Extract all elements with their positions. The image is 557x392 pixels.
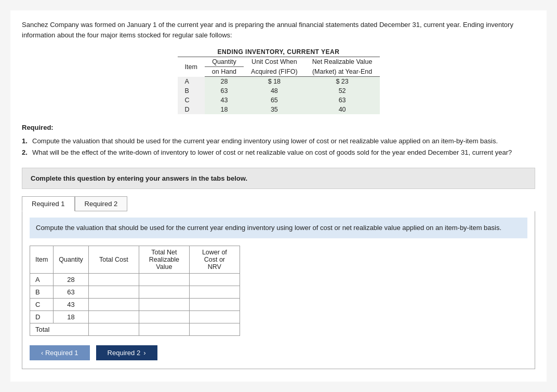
row-qty: 18 xyxy=(54,310,89,323)
qty-col-header: Quantity xyxy=(205,57,244,67)
table-row: D 18 xyxy=(30,310,240,323)
inv-item: A xyxy=(178,77,205,87)
inv-nrv: 52 xyxy=(305,86,380,96)
nrv-input-cell[interactable] xyxy=(139,286,189,298)
prev-button[interactable]: ‹ Required 1 xyxy=(30,345,90,360)
total-label: Total xyxy=(30,323,89,335)
inv-item: B xyxy=(178,86,205,96)
req-num: 2. xyxy=(22,147,30,158)
inv-item: D xyxy=(178,105,205,114)
cost-input-cell[interactable] xyxy=(88,286,139,298)
inv-cost: $ 18 xyxy=(244,77,305,87)
answer-table: Item Quantity Total Cost Total NetRealiz… xyxy=(30,246,240,336)
required-label: Required: xyxy=(22,124,535,131)
inventory-table: Item Quantity Unit Cost When Net Realiza… xyxy=(178,57,380,114)
inv-cost: 65 xyxy=(244,96,305,105)
table-row: B 63 xyxy=(30,286,240,298)
next-button[interactable]: Required 2 › xyxy=(96,345,157,360)
total-row: Total xyxy=(30,323,240,335)
lower-input-cell[interactable] xyxy=(189,310,240,323)
tab-required-1[interactable]: Required 1 xyxy=(22,196,75,211)
answer-table-wrap: Item Quantity Total Cost Total NetRealiz… xyxy=(30,246,527,336)
lower-input[interactable] xyxy=(194,301,235,308)
row-qty: 28 xyxy=(54,273,89,286)
cost-input[interactable] xyxy=(93,276,135,283)
inv-cost: 35 xyxy=(244,105,305,114)
bottom-nav: ‹ Required 1 Required 2 › xyxy=(30,345,527,360)
required-item: 1.Compute the valuation that should be u… xyxy=(22,136,535,147)
inv-nrv: $ 23 xyxy=(305,77,380,87)
inv-qty: 63 xyxy=(205,86,244,96)
th-item: Item xyxy=(30,246,54,273)
cost-input-cell[interactable] xyxy=(88,298,139,310)
cost-col-header: Unit Cost When xyxy=(244,57,305,67)
lower-input[interactable] xyxy=(194,288,235,296)
lower-input-cell[interactable] xyxy=(189,273,240,286)
tab-content: Compute the valuation that should be use… xyxy=(22,211,535,369)
lower-input-cell[interactable] xyxy=(189,286,240,298)
tab-required-2[interactable]: Required 2 xyxy=(75,196,128,211)
th-lower: Lower ofCost orNRV xyxy=(189,246,240,273)
next-label: Required 2 xyxy=(108,349,141,357)
required-item: 2.What will be the effect of the write-d… xyxy=(22,147,535,158)
row-item: B xyxy=(30,286,54,298)
table-row: C 43 xyxy=(30,298,240,310)
required-items: 1.Compute the valuation that should be u… xyxy=(22,136,535,158)
cost-input[interactable] xyxy=(93,301,135,308)
qty-sub-header: on Hand xyxy=(205,67,244,77)
th-total-nrv: Total NetRealizableValue xyxy=(139,246,189,273)
prev-label: Required 1 xyxy=(45,349,78,357)
th-qty: Quantity xyxy=(54,246,89,273)
nrv-sub-header: (Market) at Year-End xyxy=(305,67,380,77)
next-chevron: › xyxy=(143,349,145,357)
req-text: Compute the valuation that should be use… xyxy=(32,136,498,147)
th-total-cost: Total Cost xyxy=(88,246,139,273)
req-num: 1. xyxy=(22,136,30,147)
nrv-input-cell[interactable] xyxy=(139,273,189,286)
cost-input[interactable] xyxy=(93,313,135,321)
inv-cost: 48 xyxy=(244,86,305,96)
inv-qty: 18 xyxy=(205,105,244,114)
total-cost-input[interactable] xyxy=(93,326,135,333)
nrv-input-cell[interactable] xyxy=(139,310,189,323)
inventory-row: C 43 65 63 xyxy=(178,96,380,105)
row-qty: 43 xyxy=(54,298,89,310)
tabs-row: Required 1Required 2 xyxy=(22,196,535,211)
inventory-title: ENDING INVENTORY, CURRENT YEAR xyxy=(22,48,535,56)
intro-text: Sanchez Company was formed on January 1 … xyxy=(22,20,535,40)
lower-input[interactable] xyxy=(194,276,235,283)
nrv-input[interactable] xyxy=(143,313,185,321)
total-nrv-input-cell xyxy=(139,323,189,335)
row-item: D xyxy=(30,310,54,323)
total-lower-input-cell[interactable] xyxy=(189,323,240,335)
inv-item: C xyxy=(178,96,205,105)
lower-input-cell[interactable] xyxy=(189,298,240,310)
row-item: C xyxy=(30,298,54,310)
inv-nrv: 63 xyxy=(305,96,380,105)
nrv-input-cell[interactable] xyxy=(139,298,189,310)
tab-description: Compute the valuation that should be use… xyxy=(30,218,527,238)
nrv-input[interactable] xyxy=(143,301,185,308)
instruction-box: Complete this question by entering your … xyxy=(22,168,535,189)
cost-sub-header: Acquired (FIFO) xyxy=(244,67,305,77)
row-item: A xyxy=(30,273,54,286)
nrv-col-header: Net Realizable Value xyxy=(305,57,380,67)
total-lower-input[interactable] xyxy=(194,326,235,333)
prev-chevron: ‹ xyxy=(41,349,43,357)
inventory-row: B 63 48 52 xyxy=(178,86,380,96)
table-row: A 28 xyxy=(30,273,240,286)
inv-qty: 43 xyxy=(205,96,244,105)
lower-input[interactable] xyxy=(194,313,235,321)
row-qty: 63 xyxy=(54,286,89,298)
inventory-row: A 28 $ 18 $ 23 xyxy=(178,77,380,87)
cost-input-cell[interactable] xyxy=(88,273,139,286)
item-col-header: Item xyxy=(178,57,205,77)
inv-qty: 28 xyxy=(205,77,244,87)
nrv-input[interactable] xyxy=(143,276,185,283)
cost-input-cell[interactable] xyxy=(88,310,139,323)
inventory-section: ENDING INVENTORY, CURRENT YEAR Item Quan… xyxy=(22,48,535,114)
total-cost-input-cell[interactable] xyxy=(88,323,139,335)
cost-input[interactable] xyxy=(93,288,135,296)
nrv-input[interactable] xyxy=(143,288,185,296)
inventory-row: D 18 35 40 xyxy=(178,105,380,114)
